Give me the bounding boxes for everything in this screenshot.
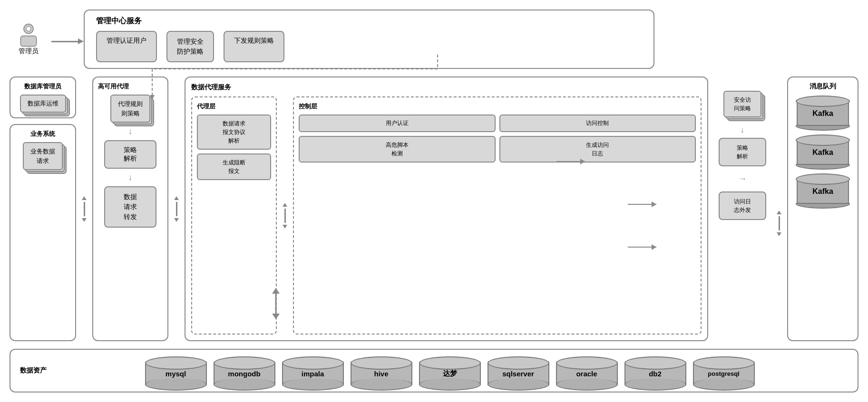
admin-block: 管理员: [10, 23, 48, 56]
mgmt-center-title: 管理中心服务: [96, 16, 642, 26]
db-oracle: oracle: [556, 355, 618, 386]
left-column: 数据库管理员 数据库运维 业务系统 业务数据请求: [10, 77, 76, 341]
control-layer-grid: 用户认证 访问控制 高危脚本检测 生成访问日志: [299, 115, 696, 163]
db-postgresql-label: postgresql: [693, 361, 755, 386]
policy-down-arrow1: ↓: [741, 125, 745, 135]
kafka-queue-title: 消息队列: [809, 82, 836, 91]
mgmt-center-box: 管理中心服务 管理认证用户 管理安全防护策略 下发规则策略: [84, 10, 654, 69]
strategy-parse-box: 策略解析: [104, 140, 156, 169]
svg-point-2: [26, 26, 31, 31]
control-to-policy-arrow: [777, 77, 781, 341]
left-to-proxy-arrow: [82, 77, 87, 341]
kafka-cyl-2: Kafka: [797, 140, 849, 165]
gen-access-log-box: 生成访问日志: [499, 136, 696, 163]
proxy-layer-box: 代理层 数据请求报文协议解析 生成阻断报文: [191, 96, 277, 335]
bottom-section: 数据资产 mysql mongodb impala hive 达梦 sqlser…: [10, 349, 858, 392]
kafka-cyl-1: Kafka: [797, 101, 849, 126]
auth-users-box: 管理认证用户: [96, 31, 157, 62]
biz-data-stack: 业务数据请求: [23, 142, 63, 170]
db-sqlserver-label: sqlserver: [488, 361, 549, 386]
data-forward-box: 数据请求转发: [104, 186, 156, 228]
db-dameng: 达梦: [419, 355, 481, 386]
access-log-export-box: 访问日志外发: [719, 191, 766, 220]
proxy-down-arrow1: ↓: [128, 126, 133, 136]
db-admin-box: 数据库管理员 数据库运维: [10, 77, 76, 118]
db-cylinders-list: mysql mongodb impala hive 达梦 sqlserver o…: [51, 355, 848, 386]
db-db2-label: db2: [624, 361, 686, 386]
policy-parse-box: 策略解析: [719, 138, 766, 166]
db-oracle-label: oracle: [556, 361, 618, 386]
security-access-policy-stack: 安全访问策略: [723, 91, 761, 117]
db-db2: db2: [624, 355, 686, 386]
proxy-inner-sections: 代理层 数据请求报文协议解析 生成阻断报文 控制层 用户认证: [191, 96, 702, 335]
svg-rect-1: [20, 36, 36, 46]
policy-to-kafka-arrow: →: [738, 174, 747, 184]
kafka-cyl-3: Kafka: [797, 179, 849, 204]
issue-rules-box: 下发规则策略: [224, 31, 284, 62]
top-section: 管理员 管理中心服务 管理认证用户 管理安全防护策略 下发规则策略: [10, 10, 858, 69]
db-impala: impala: [282, 355, 344, 386]
db-mysql: mysql: [145, 355, 207, 386]
proxy-down-arrow2: ↓: [128, 172, 133, 182]
security-policy-box: 管理安全防护策略: [166, 31, 214, 62]
admin-person-icon: [17, 23, 40, 47]
data-proxy-service-box: 数据代理服务 代理层 数据请求报文协议解析 生成阻断报文: [185, 77, 708, 341]
db-sqlserver: sqlserver: [488, 355, 549, 386]
main-diagram: 管理员 管理中心服务 管理认证用户 管理安全防护策略 下发规则策略 数据库管理员: [0, 0, 868, 402]
access-ctrl-box: 访问控制: [499, 115, 696, 132]
db-mongodb-label: mongodb: [214, 361, 275, 386]
control-layer-box: 控制层 用户认证 访问控制 高危脚本检测 生成访问日志: [293, 96, 702, 335]
middle-section: 数据库管理员 数据库运维 业务系统 业务数据请求: [10, 77, 858, 341]
db-impala-label: impala: [282, 361, 344, 386]
control-layer-title: 控制层: [299, 102, 696, 111]
security-access-policy-card: 安全访问策略: [723, 91, 761, 117]
data-req-parse-box: 数据请求报文协议解析: [197, 115, 271, 150]
ha-proxy-title: 高可用代理: [98, 82, 129, 91]
right-policy-column: 安全访问策略 ↓ 策略解析 → 访问日志外发: [714, 77, 771, 341]
db-dameng-label: 达梦: [419, 361, 481, 386]
db-mysql-label: mysql: [145, 361, 207, 386]
data-assets-title: 数据资产: [20, 366, 47, 375]
kafka-queue-box: 消息队列 Kafka Kafka Kafka: [787, 77, 858, 341]
ha-proxy-section: 高可用代理 代理规则则策略 ↓ 策略解析 ↓ 数据请求转发: [92, 77, 168, 341]
db-ops-card: 数据库运维: [20, 95, 66, 113]
proxy-rule-stack: 代理规则则策略: [110, 95, 150, 123]
data-proxy-service-title: 数据代理服务: [191, 83, 702, 92]
biz-data-card: 业务数据请求: [23, 142, 63, 170]
db-hive-label: hive: [351, 361, 412, 386]
admin-label: 管理员: [19, 47, 39, 56]
admin-to-mgmt-arrow: [51, 41, 80, 42]
biz-system-title: 业务系统: [30, 130, 55, 138]
proxy-layer-title: 代理层: [197, 102, 271, 111]
db-postgresql: postgresql: [693, 355, 755, 386]
db-hive: hive: [351, 355, 412, 386]
gen-block-msg-box: 生成阻断报文: [197, 153, 271, 180]
high-risk-detect-box: 高危脚本检测: [299, 136, 496, 163]
user-auth-box: 用户认证: [299, 115, 496, 132]
db-ops-stack: 数据库运维: [20, 95, 66, 113]
biz-system-box: 业务系统 业务数据请求: [10, 124, 76, 341]
proxy-to-service-arrow: [174, 77, 179, 341]
proxy-rule-card: 代理规则则策略: [110, 95, 150, 123]
db-admin-title: 数据库管理员: [24, 82, 61, 91]
db-mongodb: mongodb: [214, 355, 275, 386]
mgmt-center-items: 管理认证用户 管理安全防护策略 下发规则策略: [96, 31, 642, 62]
proxy-to-control-arrow: [283, 96, 287, 335]
